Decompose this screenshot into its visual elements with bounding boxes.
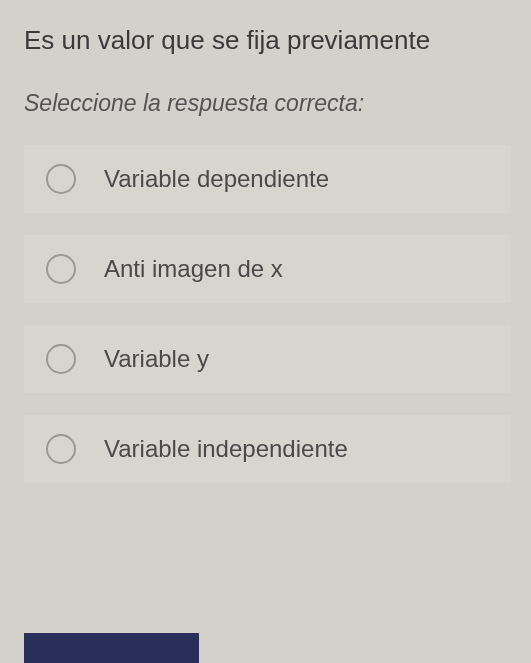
question-text: Es un valor que se fija previamente: [24, 24, 511, 58]
radio-icon: [46, 254, 76, 284]
option-label: Variable independiente: [104, 435, 348, 463]
submit-button[interactable]: [24, 633, 199, 663]
option-label: Anti imagen de x: [104, 255, 283, 283]
radio-icon: [46, 164, 76, 194]
option-label: Variable dependiente: [104, 165, 329, 193]
option-1[interactable]: Anti imagen de x: [24, 235, 511, 303]
option-2[interactable]: Variable y: [24, 325, 511, 393]
radio-icon: [46, 344, 76, 374]
radio-icon: [46, 434, 76, 464]
option-0[interactable]: Variable dependiente: [24, 145, 511, 213]
option-3[interactable]: Variable independiente: [24, 415, 511, 483]
question-instruction: Seleccione la respuesta correcta:: [24, 90, 511, 117]
options-list: Variable dependiente Anti imagen de x Va…: [24, 145, 511, 483]
option-label: Variable y: [104, 345, 209, 373]
